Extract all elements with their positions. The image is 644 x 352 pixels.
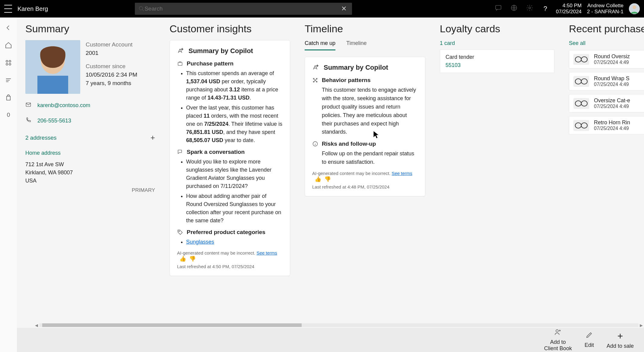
pref-heading: Preferred product categories [187,229,265,236]
search-input[interactable] [144,5,339,12]
clock-time: 4:50 PM [556,3,582,9]
customer-email[interactable]: karenb@contoso.com [37,102,90,109]
add-address-button[interactable]: + [151,133,155,142]
plus-icon: + [617,331,623,342]
edit-button[interactable]: Edit [585,331,594,348]
gear-icon[interactable] [525,4,535,13]
addr-line3: USA [25,177,155,185]
loyalty-count: 1 card [440,40,554,46]
loyalty-column: Loyalty cards 1 card Card tender 55103 [440,23,554,343]
avatar[interactable] [629,3,640,14]
pencil-icon [585,331,593,341]
insights-title: Customer insights [170,23,290,35]
svg-point-19 [179,231,179,232]
pref-category-link[interactable]: Sunglasses [186,239,214,245]
home-address-label[interactable]: Home address [25,150,155,156]
purchase-row[interactable]: Round Wrap S07/25/2024 4:49N [569,72,644,90]
info-icon [312,141,318,147]
customer-name: Karen Berg [17,5,48,12]
cart-count[interactable]: 0 [7,112,10,118]
mail-icon [25,102,31,109]
spark-heading: Spark a conversation [187,149,245,155]
horizontal-scrollbar[interactable]: ◀ ▶ [34,322,644,328]
top-app-bar: Karen Berg ✕ ? 4:50 PM 07/25/2024 Andrew… [0,0,644,17]
product-name: Round Wrap S [594,75,644,82]
purchase-icon [177,61,183,67]
see-terms-link[interactable]: See terms [392,171,412,176]
search-box[interactable]: ✕ [135,3,352,15]
add-to-client-book-button[interactable]: Add to Client Book [544,328,572,352]
home-icon[interactable] [5,42,12,51]
clear-search-icon[interactable]: ✕ [339,5,348,13]
product-thumb [573,98,589,109]
scroll-left-icon[interactable]: ◀ [34,323,39,328]
spark-list: Would you like to explore more sunglasse… [177,158,283,225]
customer-phone[interactable]: 206-555-5613 [37,118,71,124]
tender-number: 55103 [446,62,549,68]
scroll-thumb[interactable] [42,323,302,327]
svg-point-27 [575,57,581,62]
since-label: Customer since [86,63,137,70]
risks-text: Follow up on the pendant repair status t… [312,150,418,166]
svg-point-0 [139,7,143,10]
bag-icon[interactable] [5,94,12,103]
svg-point-10 [9,63,11,65]
purchase-row[interactable]: Round Oversiz07/25/2024 4:49N [569,50,644,68]
thumbs-up-icon[interactable]: 👍 [179,255,186,262]
account-value: 2001 [86,50,137,56]
user-meta: Andrew Collette 2 - SANFRAN-1 [587,3,623,15]
product-name: Round Oversiz [594,53,644,60]
see-terms-link[interactable]: See terms [256,250,277,255]
tender-label: Card tender [446,54,549,60]
svg-point-8 [9,60,11,62]
mouse-cursor [373,130,381,141]
purchase-row[interactable]: Retro Horn Rin07/25/2024 4:49N [569,116,644,135]
left-nav-rail: 0 [0,17,17,352]
purchase-bullet: Over the last year, this customer has pl… [186,104,283,144]
addr-line2: Kirkland, WA 98007 [25,169,155,177]
clock-date: 07/25/2024 [556,9,582,15]
timeline-card: Summary by Copilot Behavior patterns Thi… [305,57,425,196]
recent-column: Recent purchases See all Round Oversiz07… [569,23,644,343]
svg-point-37 [581,123,587,128]
tab-timeline[interactable]: Timeline [346,40,366,50]
summary-title: Summary [25,23,155,35]
see-all-link[interactable]: See all [569,40,644,46]
ai-warn-text: AI-generated content may be incorrect. [177,250,256,255]
thumbs-down-icon[interactable]: 👎 [189,255,196,262]
help-icon[interactable]: ? [540,5,550,13]
svg-point-9 [6,63,8,65]
loyalty-card[interactable]: Card tender 55103 [440,49,554,73]
thumbs-down-icon[interactable]: 👎 [324,176,331,182]
search-icon [138,6,144,12]
svg-point-7 [6,60,8,62]
addresses-count[interactable]: 2 addresses [25,135,57,141]
tab-catch-me-up[interactable]: Catch me up [305,40,335,50]
product-name: Retro Horn Rin [594,119,644,126]
spark-icon [177,149,183,155]
purchase-row[interactable]: Oversize Cat-e07/25/2024 4:49N [569,94,644,113]
hamburger-icon[interactable] [4,5,12,13]
list-icon[interactable] [5,77,12,86]
svg-point-4 [529,7,531,9]
thumbs-up-icon[interactable]: 👍 [315,176,321,182]
add-to-sale-button[interactable]: + Add to sale [607,331,634,349]
timeline-card-title: Summary by Copilot [324,64,388,71]
product-date: 07/25/2024 4:49 [594,126,644,131]
chat-icon[interactable] [493,4,503,13]
svg-point-28 [581,57,587,62]
apps-icon[interactable] [5,59,12,68]
svg-rect-18 [178,62,182,65]
primary-badge: PRIMARY [25,187,155,193]
risks-heading: Risks and follow-up [322,141,376,147]
insights-card-title: Summary by Copilot [189,47,253,55]
user-name: Andrew Collette [587,3,623,9]
insights-refresh: Last refreshed at 4:50 PM, 07/25/2024 [177,264,283,269]
back-icon[interactable] [5,24,12,33]
insights-card: Summary by Copilot Purchase pattern This… [170,40,290,276]
timeline-column: Timeline Catch me up Timeline Summary by… [305,23,425,343]
scroll-right-icon[interactable]: ▶ [639,323,644,328]
globe-icon[interactable] [509,4,519,13]
add-book-label: Add to Client Book [544,339,572,352]
product-thumb [573,120,589,131]
